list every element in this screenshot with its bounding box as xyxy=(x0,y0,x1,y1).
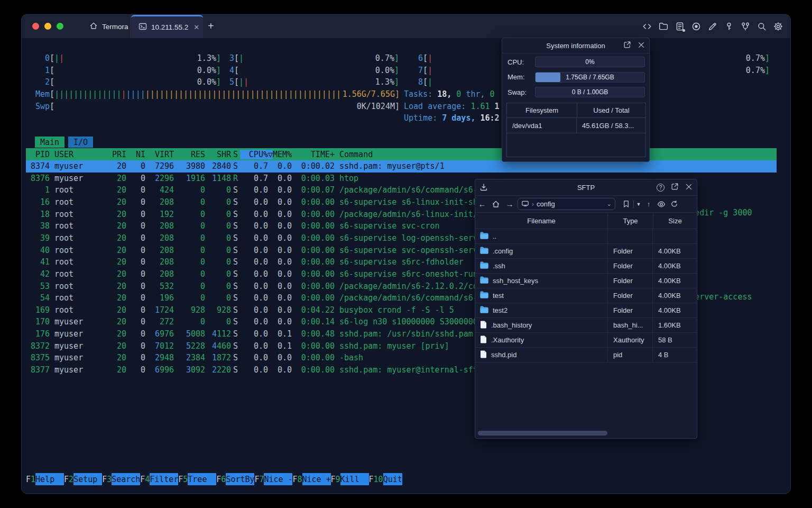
chevron-down-icon[interactable]: ⌄ xyxy=(607,201,612,207)
new-tab-button[interactable]: + xyxy=(208,20,214,32)
cpu-meter-id: 1 xyxy=(45,66,50,75)
cell-res: 3980 xyxy=(174,161,205,171)
zoom-window-button[interactable] xyxy=(57,23,63,30)
sftp-open-in-window-icon[interactable] xyxy=(671,183,679,192)
fs-header-used-total: Used / Total xyxy=(577,103,645,117)
home-icon[interactable] xyxy=(489,200,503,208)
col-header-shr: SHR xyxy=(205,150,231,159)
file-row[interactable]: .configFolder4.00KB xyxy=(475,244,697,259)
open-in-window-icon[interactable] xyxy=(623,41,631,50)
col-header-type[interactable]: Type xyxy=(607,213,653,229)
file-size: 4.00KB xyxy=(652,259,697,273)
cell-cpu: 0.0 xyxy=(240,365,268,375)
file-row[interactable]: .sshFolder4.00KB xyxy=(475,259,697,274)
htop-tab-main[interactable]: Main xyxy=(35,137,64,148)
download-icon[interactable] xyxy=(479,179,488,195)
cell-time: 0:00.07 xyxy=(292,185,335,195)
folder-icon[interactable] xyxy=(658,22,668,32)
path-breadcrumb[interactable]: › config ⌄ xyxy=(518,198,615,210)
eye-icon[interactable] xyxy=(655,200,668,208)
pencil-icon[interactable] xyxy=(707,22,717,32)
cpu-meter-pct: 1.3% xyxy=(197,53,216,63)
code-icon[interactable] xyxy=(642,22,652,32)
fkey-label: Tree xyxy=(188,473,216,485)
mem-meter: Mem[||||||||||||||||||||||||||||||||||||… xyxy=(35,88,400,100)
sysinfo-titlebar[interactable]: System information xyxy=(502,38,649,53)
fkey-sortby[interactable]: F6SortBy xyxy=(216,473,254,485)
cell-res: 0 xyxy=(174,246,205,255)
sysinfo-close-icon[interactable] xyxy=(638,41,645,50)
fkey-search[interactable]: F3Search xyxy=(102,473,140,485)
file-name-cell: .. xyxy=(475,232,607,241)
cell-st: S xyxy=(231,305,240,315)
filesystem-row[interactable]: /dev/vda1 45.61GB / 58.3... xyxy=(507,118,645,133)
col-header-filename[interactable]: Filename xyxy=(475,217,607,225)
folder-icon xyxy=(480,306,488,315)
fkey-nice-[interactable]: F7Nice - xyxy=(254,473,292,485)
fkey-nice-[interactable]: F8Nice + xyxy=(292,473,330,485)
cpu-meter-4: 4[0.0%] xyxy=(229,64,399,76)
cpu-meter-id: 6 xyxy=(418,53,423,63)
col-header-size[interactable]: Size xyxy=(653,213,697,229)
scrollbar-thumb[interactable] xyxy=(478,431,607,436)
fkey-tree[interactable]: F5Tree xyxy=(178,473,216,485)
fkey-filter[interactable]: F4Filter xyxy=(140,473,178,485)
terminal-icon xyxy=(139,22,147,32)
keychain-icon[interactable] xyxy=(740,22,750,32)
file-row[interactable]: test2Folder4.00KB xyxy=(475,303,697,318)
tab-session[interactable]: 10.211.55.2 ✕ xyxy=(131,15,203,38)
breadcrumb-separator: › xyxy=(532,201,534,208)
sftp-close-icon[interactable] xyxy=(685,183,693,192)
cell-time: 0:00.00 xyxy=(292,282,335,291)
file-row[interactable]: .. xyxy=(475,229,697,244)
key-icon[interactable] xyxy=(724,22,734,32)
help-icon[interactable]: ? xyxy=(657,184,665,192)
cell-st: S xyxy=(231,317,240,326)
minimize-window-button[interactable] xyxy=(44,23,51,30)
cell-cpu: 0.0 xyxy=(240,341,268,351)
cell-res: 0 xyxy=(174,221,205,231)
cell-shr: 1872 xyxy=(205,353,231,362)
cell-pri: 20 xyxy=(107,353,126,362)
gear-icon[interactable] xyxy=(773,22,783,32)
fkey-label: Nice + xyxy=(302,473,331,485)
horizontal-scrollbar[interactable] xyxy=(475,430,697,437)
cell-ni: 0 xyxy=(126,305,145,315)
fkey-help[interactable]: F1Help xyxy=(26,473,64,485)
process-row[interactable]: 8374myuser200729639802840S0.70.00:00.02s… xyxy=(26,160,777,173)
file-row[interactable]: sshd.pidpid4 B xyxy=(475,348,697,362)
back-icon[interactable]: ← xyxy=(475,199,489,208)
file-row[interactable]: testFolder4.00KB xyxy=(475,288,697,303)
tab-termora-home[interactable]: Termora xyxy=(80,15,131,38)
bookmark-dropdown-icon[interactable]: ▼ xyxy=(635,202,642,207)
cell-mem: 0.1 xyxy=(268,341,292,351)
file-row[interactable]: ssh_host_keysFolder4.00KB xyxy=(475,274,697,288)
swp-meter: Swp[0K/1024M] xyxy=(35,100,400,112)
up-icon[interactable]: ↑ xyxy=(642,200,655,208)
cell-st: S xyxy=(231,185,240,195)
fkey-kill[interactable]: F9Kill xyxy=(331,473,369,485)
col-header-user: USER xyxy=(50,150,107,159)
forward-icon[interactable]: → xyxy=(503,199,516,208)
cell-shr: 4460 xyxy=(205,341,231,351)
file-row[interactable]: .XauthorityXauthority58 B xyxy=(475,333,697,348)
htop-tab-io[interactable]: I/O xyxy=(68,137,93,148)
cell-mem: 0.0 xyxy=(268,353,292,362)
close-tab-icon[interactable]: ✕ xyxy=(193,23,199,31)
cell-virt: 208 xyxy=(145,221,174,231)
fkey-setup[interactable]: F2Setup xyxy=(64,473,102,485)
file-row[interactable]: .bash_historybash_hi...1.60KB xyxy=(475,318,697,333)
cell-pri: 20 xyxy=(107,329,126,339)
log-icon[interactable] xyxy=(675,22,685,32)
record-icon[interactable] xyxy=(691,22,701,32)
fkey-quit[interactable]: F10Quit xyxy=(369,473,402,485)
cell-user: myuser xyxy=(50,365,107,375)
bookmark-icon[interactable] xyxy=(620,200,632,208)
refresh-icon[interactable] xyxy=(668,200,680,208)
search-icon[interactable] xyxy=(756,22,767,32)
process-table-header[interactable]: PIDUSERPRINIVIRTRESSHRSCPU%▽MEM%TIME+Com… xyxy=(26,148,777,160)
cell-cpu: 0.0 xyxy=(240,305,268,315)
fkey-label: Help xyxy=(35,473,64,485)
close-window-button[interactable] xyxy=(32,23,39,30)
sftp-titlebar[interactable]: SFTP ? xyxy=(475,179,697,196)
